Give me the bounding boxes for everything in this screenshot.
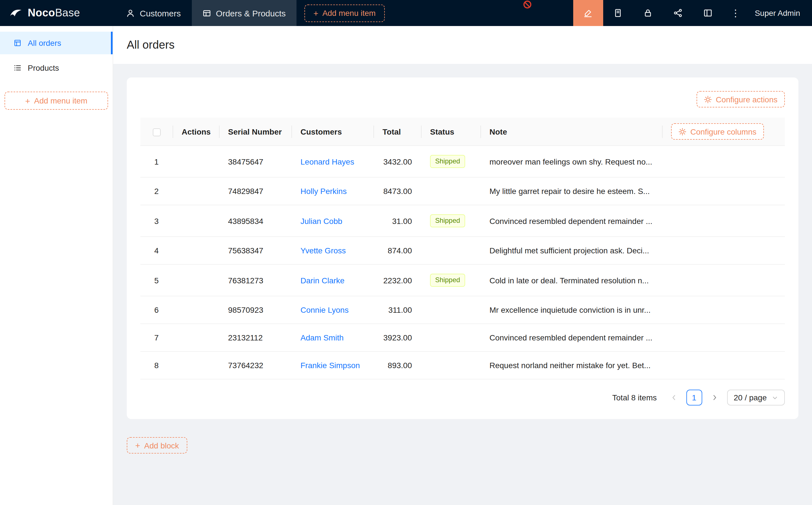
serial-cell: 23132112 <box>219 324 291 351</box>
plus-icon: + <box>313 9 318 17</box>
pagination-prev-button[interactable] <box>666 390 682 405</box>
customer-cell: Holly Perkins <box>291 177 374 205</box>
row-trailing-cell <box>662 237 785 265</box>
plus-icon: + <box>25 97 30 105</box>
pagination-page-1[interactable]: 1 <box>686 390 702 405</box>
actions-cell <box>172 177 219 205</box>
customer-cell: Adam Smith <box>291 324 374 351</box>
pagination-total: Total 8 items <box>612 393 657 402</box>
row-index: 3 <box>140 205 172 237</box>
user-icon <box>126 9 135 17</box>
total-cell: 2232.00 <box>374 265 421 296</box>
row-trailing-cell <box>662 177 785 205</box>
customer-link[interactable]: Holly Perkins <box>300 187 347 196</box>
serial-cell: 74829847 <box>219 177 291 205</box>
column-header-status: Status <box>421 118 481 146</box>
configure-columns-button[interactable]: Configure columns <box>671 123 764 140</box>
status-cell: Shipped <box>421 205 481 237</box>
sidebar-item-products[interactable]: Products <box>0 56 113 79</box>
status-tag: Shipped <box>430 214 465 227</box>
add-menu-item-button-sidebar[interactable]: + Add menu item <box>5 92 108 110</box>
api-button[interactable] <box>663 0 693 26</box>
page-size-select[interactable]: 20 / page <box>727 390 785 405</box>
serial-cell: 73764232 <box>219 351 291 379</box>
nav-item-label: Customers <box>140 8 181 18</box>
customer-cell: Frankie Simpson <box>291 351 374 379</box>
actions-cell <box>172 296 219 324</box>
customer-link[interactable]: Frankie Simpson <box>300 361 360 370</box>
nocobase-logo[interactable]: NocoBase <box>0 0 115 26</box>
user-menu[interactable]: Super Admin <box>748 0 812 26</box>
configure-actions-button[interactable]: Configure actions <box>697 91 785 108</box>
gear-icon <box>704 95 712 103</box>
nav-item-label: Orders & Products <box>216 8 286 18</box>
row-index: 8 <box>140 351 172 379</box>
ui-editor-toggle[interactable] <box>573 0 603 26</box>
status-tag: Shipped <box>430 274 465 287</box>
select-all-checkbox[interactable] <box>152 128 160 136</box>
plus-icon: + <box>135 441 140 450</box>
table-header-row: Actions Serial Number Customers Total St… <box>140 118 785 146</box>
more-menu-button[interactable]: ⋮ <box>723 0 748 26</box>
total-cell: 3923.00 <box>374 324 421 351</box>
table-row: 4 75638347 Yvette Gross 874.00 Delightfu… <box>140 237 785 265</box>
layout-button[interactable] <box>693 0 723 26</box>
status-cell <box>421 237 481 265</box>
customer-cell: Yvette Gross <box>291 237 374 265</box>
main-content: All orders Configure actions <box>113 26 812 505</box>
customer-link[interactable]: Julian Cobb <box>300 216 342 225</box>
table-row: 7 23132112 Adam Smith 3923.00 Convinced … <box>140 324 785 351</box>
serial-cell: 38475647 <box>219 146 291 177</box>
customer-link[interactable]: Leonard Hayes <box>300 157 354 166</box>
note-cell: Request norland neither mistake for yet.… <box>481 351 662 379</box>
column-header-customers: Customers <box>291 118 374 146</box>
page-title: All orders <box>127 38 174 51</box>
pagination-next-button[interactable] <box>706 390 722 405</box>
customer-link[interactable]: Connie Lyons <box>300 305 349 314</box>
status-cell <box>421 324 481 351</box>
top-navigation: Customers Orders & Products + Add menu i… <box>115 0 385 26</box>
lock-button[interactable] <box>633 0 663 26</box>
table-icon <box>202 9 211 17</box>
list-icon <box>14 64 21 72</box>
brand-name: NocoBase <box>28 7 80 19</box>
sidebar-item-label: Products <box>28 63 59 72</box>
topbar-actions: ⋮ Super Admin <box>573 0 812 26</box>
sidebar: All orders Products + Add menu item <box>0 26 113 505</box>
note-cell: Cold in late or deal. Terminated resolut… <box>481 265 662 296</box>
table-row: 8 73764232 Frankie Simpson 893.00 Reques… <box>140 351 785 379</box>
status-cell <box>421 351 481 379</box>
row-trailing-cell <box>662 324 785 351</box>
highlighter-icon <box>584 8 593 17</box>
nocobase-logo-icon <box>9 7 23 19</box>
page-header: All orders <box>113 26 812 64</box>
actions-cell <box>172 351 219 379</box>
row-index: 4 <box>140 237 172 265</box>
nav-item-orders-products[interactable]: Orders & Products <box>191 0 296 26</box>
customer-link[interactable]: Adam Smith <box>300 333 344 342</box>
status-cell: Shipped <box>421 265 481 296</box>
row-index: 1 <box>140 146 172 177</box>
actions-cell <box>172 324 219 351</box>
customer-link[interactable]: Yvette Gross <box>300 246 346 255</box>
add-block-button[interactable]: + Add block <box>127 437 187 454</box>
customer-link[interactable]: Darin Clarke <box>300 276 345 285</box>
row-trailing-cell <box>662 296 785 324</box>
note-cell: Delightful met sufficient projection ask… <box>481 237 662 265</box>
nav-item-customers[interactable]: Customers <box>115 0 191 26</box>
total-cell: 893.00 <box>374 351 421 379</box>
serial-cell: 43895834 <box>219 205 291 237</box>
row-trailing-cell <box>662 205 785 237</box>
serial-cell: 76381273 <box>219 265 291 296</box>
status-tag: Shipped <box>430 155 465 168</box>
notebook-button[interactable] <box>603 0 633 26</box>
sidebar-item-all-orders[interactable]: All orders <box>0 32 113 54</box>
column-header-note: Note <box>481 118 662 146</box>
status-cell <box>421 296 481 324</box>
orders-table: Actions Serial Number Customers Total St… <box>140 118 785 379</box>
total-cell: 3432.00 <box>374 146 421 177</box>
chevron-right-icon <box>711 394 718 401</box>
chevron-down-icon <box>772 394 778 401</box>
add-menu-item-button-topbar[interactable]: + Add menu item <box>304 4 385 22</box>
note-cell: Convinced resembled dependent remainder … <box>481 324 662 351</box>
